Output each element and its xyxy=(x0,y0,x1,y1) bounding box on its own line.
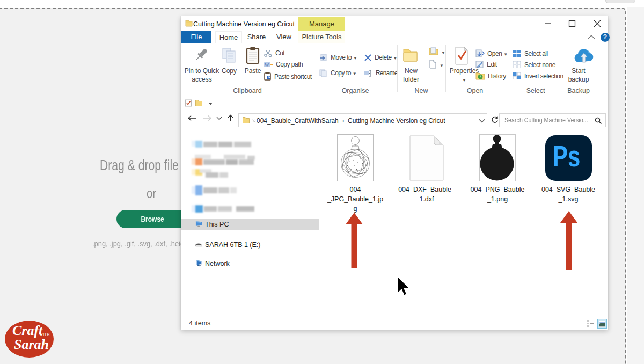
svg-text:Ps: Ps xyxy=(553,139,580,172)
svg-text:W: W xyxy=(265,62,269,68)
